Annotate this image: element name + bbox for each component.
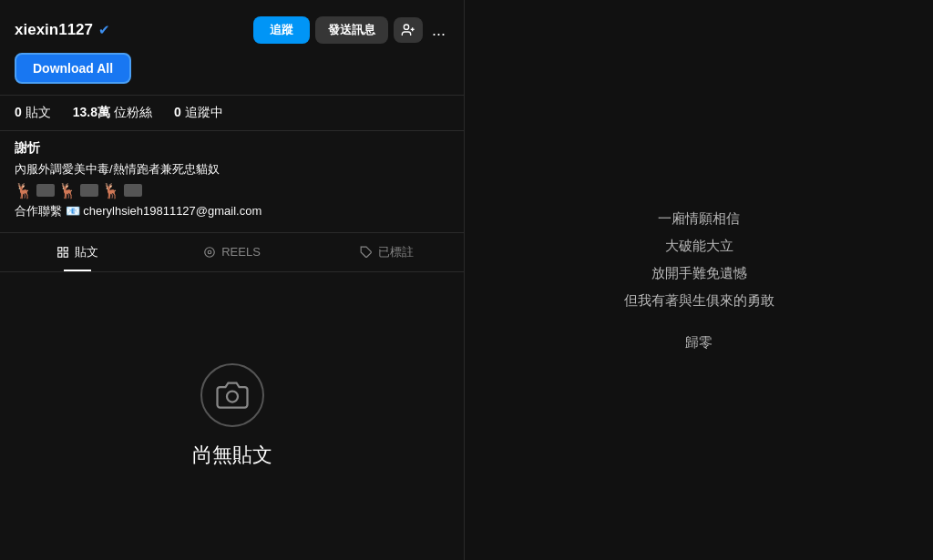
following-label: 追蹤中 xyxy=(185,105,223,121)
action-buttons: 追蹤 發送訊息 ... xyxy=(253,16,449,44)
add-person-button[interactable] xyxy=(394,17,423,43)
tab-posts[interactable]: 貼文 xyxy=(0,233,155,271)
person-add-icon xyxy=(401,23,415,37)
bio-line1: 內服外調愛美中毒/熱情跑者兼死忠貓奴 xyxy=(15,162,220,176)
posts-count: 0 xyxy=(15,105,22,119)
poem-block: 一廂情願相信 大破能大立 放開手難免遺憾 但我有著與生俱來的勇敢 歸零 xyxy=(624,205,774,356)
camera-icon xyxy=(216,379,249,412)
followers-label: 位粉絲 xyxy=(114,105,152,121)
tab-posts-label: 貼文 xyxy=(75,244,98,260)
poem-line-3: 放開手難免遺憾 xyxy=(624,260,774,287)
username-area: xiexin1127 ✔ xyxy=(15,21,244,39)
message-button[interactable]: 發送訊息 xyxy=(315,16,388,44)
poem-line-1: 一廂情願相信 xyxy=(624,205,774,232)
tag-icon xyxy=(360,246,373,259)
svg-point-8 xyxy=(208,250,211,254)
bio-text: 內服外調愛美中毒/熱情跑者兼死忠貓奴 xyxy=(15,160,449,178)
stat-posts: 0 貼文 xyxy=(15,105,51,121)
contact-row: 合作聯繫 📧 cherylhsieh19811127@gmail.com xyxy=(15,203,449,219)
left-panel: xiexin1127 ✔ 追蹤 發送訊息 ... Download All xyxy=(0,0,465,560)
poem-line-2: 大破能大立 xyxy=(624,232,774,260)
emoji-placeholder-3 xyxy=(124,184,142,197)
svg-point-10 xyxy=(227,391,238,402)
empty-label: 尚無貼文 xyxy=(192,442,272,469)
emoji-deer2: 🦌 xyxy=(58,182,77,199)
emoji-deer3: 🦌 xyxy=(102,182,120,199)
username: xiexin1127 xyxy=(15,21,93,39)
svg-rect-3 xyxy=(58,247,62,250)
svg-point-7 xyxy=(205,247,215,257)
svg-point-0 xyxy=(404,25,408,29)
empty-state: 尚無貼文 xyxy=(0,272,464,561)
posts-label: 貼文 xyxy=(26,105,51,121)
stat-following[interactable]: 0 追蹤中 xyxy=(174,105,223,121)
tabs-row: 貼文 REELS 已標註 xyxy=(0,233,464,272)
bio-name: 謝忻 xyxy=(15,140,449,157)
grid-icon xyxy=(56,246,69,259)
svg-rect-5 xyxy=(58,253,62,257)
profile-header: xiexin1127 ✔ 追蹤 發送訊息 ... Download All xyxy=(0,0,464,96)
followers-count: 13.8萬 xyxy=(73,105,110,121)
profile-top-row: xiexin1127 ✔ 追蹤 發送訊息 ... xyxy=(15,16,449,44)
tab-tagged-label: 已標註 xyxy=(378,244,414,260)
reels-icon xyxy=(203,246,216,259)
following-count: 0 xyxy=(174,105,181,119)
more-button[interactable]: ... xyxy=(428,21,449,40)
verified-icon: ✔ xyxy=(98,22,110,38)
bio-emoji-row: 🦌 🦌 🦌 xyxy=(15,182,449,199)
contact-label: 合作聯繫 📧 cherylhsieh19811127@gmail.com xyxy=(15,204,261,218)
tab-tagged[interactable]: 已標註 xyxy=(309,233,464,271)
right-panel: 一廂情願相信 大破能大立 放開手難免遺憾 但我有著與生俱來的勇敢 歸零 xyxy=(465,0,933,560)
emoji-placeholder-1 xyxy=(36,184,55,197)
emoji-placeholder-2 xyxy=(80,184,98,197)
camera-circle xyxy=(200,363,264,427)
poem-footer: 歸零 xyxy=(624,329,774,356)
download-all-button[interactable]: Download All xyxy=(15,53,131,84)
follow-button[interactable]: 追蹤 xyxy=(253,16,310,44)
tab-reels-label: REELS xyxy=(221,245,261,259)
bio-section: 謝忻 內服外調愛美中毒/熱情跑者兼死忠貓奴 🦌 🦌 🦌 合作聯繫 📧 chery… xyxy=(0,131,464,233)
svg-rect-6 xyxy=(64,253,67,257)
stat-followers[interactable]: 13.8萬 位粉絲 xyxy=(73,105,152,121)
emoji-deer1: 🦌 xyxy=(15,182,33,199)
svg-rect-4 xyxy=(64,247,67,250)
tab-reels[interactable]: REELS xyxy=(155,234,310,270)
poem-line-4: 但我有著與生俱來的勇敢 xyxy=(624,287,774,314)
poem-spacer xyxy=(624,314,774,329)
stats-row: 0 貼文 13.8萬 位粉絲 0 追蹤中 xyxy=(0,96,464,131)
